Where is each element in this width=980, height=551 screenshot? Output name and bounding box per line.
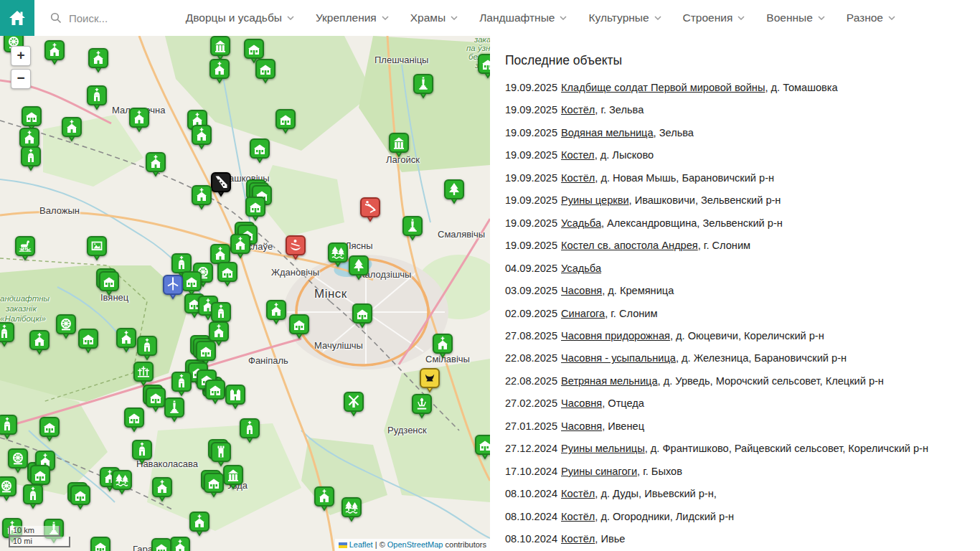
map-marker-emblem[interactable] — [419, 367, 440, 393]
object-link[interactable]: Часовня — [561, 420, 602, 432]
map-marker-monument[interactable] — [164, 397, 185, 423]
map-marker-estate[interactable] — [204, 379, 226, 405]
map-marker-chapel[interactable] — [86, 85, 108, 110]
map-marker-trees[interactable] — [111, 469, 133, 495]
map-marker-chapel[interactable] — [0, 321, 15, 347]
leaflet-link[interactable]: Leaflet — [349, 540, 373, 549]
nav-item-7[interactable]: Разное — [847, 11, 895, 24]
map-marker-church[interactable] — [151, 476, 173, 502]
map-marker-chapel[interactable] — [136, 335, 158, 361]
map-marker-columns[interactable] — [209, 36, 231, 61]
map-marker-church[interactable] — [191, 184, 212, 210]
map-marker-tree[interactable] — [348, 255, 369, 281]
map-marker-chapel[interactable] — [22, 484, 44, 509]
map-marker-estate[interactable] — [151, 537, 172, 551]
object-link[interactable]: Костел — [561, 149, 595, 161]
map-marker-image[interactable] — [86, 235, 108, 261]
object-link[interactable]: Часовня — [561, 285, 602, 296]
object-link[interactable]: Костёл — [561, 511, 595, 522]
map-marker-church[interactable] — [88, 47, 109, 73]
map-marker-turbine[interactable] — [162, 274, 184, 300]
map-marker-chapel[interactable] — [171, 371, 192, 397]
map-marker-chapel[interactable] — [0, 414, 18, 440]
map-marker-tower[interactable] — [210, 441, 232, 467]
map-marker-estate[interactable] — [90, 536, 111, 551]
object-link[interactable]: Костёл — [561, 533, 595, 545]
map-marker-church[interactable] — [209, 58, 230, 84]
map-marker-horse[interactable] — [14, 235, 36, 261]
map-marker-estate[interactable] — [245, 196, 266, 222]
map-marker-estate[interactable] — [203, 472, 225, 498]
map-marker-estate[interactable] — [352, 303, 373, 329]
map-marker-millwheel[interactable] — [0, 476, 17, 501]
object-link[interactable]: Усадьба — [561, 263, 601, 274]
map-marker-gate[interactable] — [225, 384, 246, 410]
map-marker-church[interactable] — [61, 116, 83, 142]
object-link[interactable]: Костёл — [561, 172, 595, 184]
map-canvas[interactable]: МаладзечнаРадашковічыВаложынІвянецПлешча… — [0, 36, 490, 551]
nav-item-0[interactable]: Дворцы и усадьбы — [186, 11, 294, 24]
map-marker-estate[interactable] — [275, 108, 296, 134]
object-link[interactable]: Костёл — [561, 104, 595, 116]
map-marker-monument[interactable] — [402, 215, 423, 241]
map-marker-monument[interactable] — [413, 73, 434, 99]
map-marker-church[interactable] — [230, 233, 251, 259]
home-button[interactable] — [0, 0, 34, 36]
map-marker-church[interactable] — [189, 511, 210, 537]
map-marker-chapel[interactable] — [20, 146, 42, 171]
object-link[interactable]: Часовня придорожная — [561, 330, 670, 342]
zoom-in-button[interactable]: + — [11, 46, 31, 66]
map-marker-church[interactable] — [314, 486, 335, 512]
map-marker-columns[interactable] — [388, 132, 410, 158]
object-link[interactable]: Костёл — [561, 488, 595, 499]
map-marker-church[interactable] — [265, 299, 287, 325]
map-marker-crosses[interactable] — [133, 361, 154, 387]
object-link[interactable]: Часовня — [561, 397, 602, 409]
nav-item-6[interactable]: Военные — [766, 11, 824, 24]
map-marker-estate[interactable] — [288, 314, 310, 339]
map-marker-church[interactable] — [29, 329, 50, 355]
nav-item-5[interactable]: Строения — [683, 11, 745, 24]
map-marker-estate[interactable] — [477, 53, 490, 79]
map-marker-columns[interactable] — [222, 464, 244, 490]
object-link[interactable]: Руины мельницы — [561, 443, 645, 454]
map-marker-chapel[interactable] — [131, 439, 153, 465]
map-marker-trees[interactable] — [341, 496, 362, 522]
osm-link[interactable]: OpenStreetMap — [387, 540, 443, 549]
object-link[interactable]: Руины синагоги — [561, 466, 637, 477]
nav-item-2[interactable]: Храмы — [410, 11, 458, 24]
map-marker-church[interactable] — [191, 124, 212, 150]
object-link[interactable]: Кладбище солдат Первой мировой войны — [561, 82, 765, 93]
map-marker-chapel[interactable] — [239, 418, 260, 443]
nav-item-1[interactable]: Укрепления — [316, 11, 389, 24]
map-marker-estate[interactable] — [249, 138, 270, 164]
map-marker-estate[interactable] — [77, 328, 99, 354]
map-marker-millwheel[interactable] — [7, 448, 29, 474]
map-marker-windmill[interactable] — [343, 391, 364, 417]
object-link[interactable]: Руины церкви — [561, 194, 629, 206]
map-marker-skijump[interactable] — [359, 197, 381, 222]
map-marker-trees[interactable] — [327, 242, 349, 268]
nav-item-3[interactable]: Ландшафтные — [479, 11, 567, 24]
object-link[interactable]: Часовня - усыпальница — [561, 352, 676, 364]
map-marker-tree[interactable] — [443, 179, 465, 204]
map-marker-estate[interactable] — [474, 434, 490, 460]
map-marker-church[interactable] — [44, 39, 65, 65]
map-marker-estate[interactable] — [255, 58, 276, 84]
nav-item-4[interactable]: Культурные — [588, 11, 661, 24]
map-marker-fountain[interactable] — [411, 393, 433, 419]
map-marker-church[interactable] — [128, 107, 150, 133]
object-link[interactable]: Усадьба — [561, 217, 601, 229]
object-link[interactable]: Водяная мельница — [561, 127, 654, 138]
map-marker-church[interactable] — [145, 151, 166, 177]
map-marker-church[interactable] — [116, 327, 137, 353]
object-link[interactable]: Ветряная мельница — [561, 375, 658, 387]
object-link[interactable]: Костел св. апостола Андрея — [561, 240, 698, 251]
map-marker-millwheel[interactable] — [55, 314, 77, 339]
map-marker-estate[interactable] — [98, 270, 120, 296]
map-marker-church[interactable] — [432, 333, 453, 359]
zoom-out-button[interactable]: − — [11, 69, 31, 89]
map-marker-estate[interactable] — [39, 416, 60, 442]
map-marker-estate[interactable] — [123, 407, 145, 433]
map-marker-estate[interactable] — [70, 484, 91, 510]
